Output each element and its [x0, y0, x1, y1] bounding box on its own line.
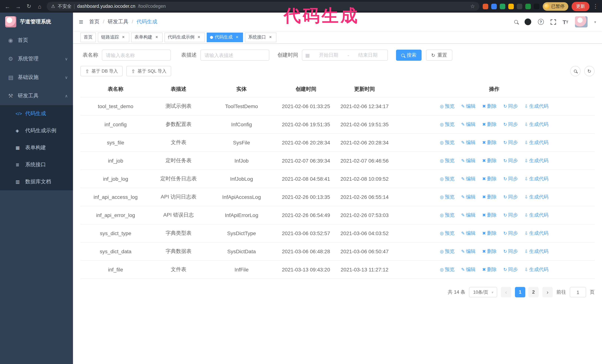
extension-icon[interactable] — [517, 3, 522, 9]
generate-code-link[interactable]: ⇩生成代码 — [524, 267, 548, 272]
preview-link[interactable]: ◎预览 — [440, 176, 455, 181]
sidebar-submenu-item[interactable]: ▦ 表单构建 — [0, 139, 73, 156]
preview-link[interactable]: ◎预览 — [440, 249, 455, 254]
start-date-placeholder[interactable]: 开始日期 — [312, 52, 345, 59]
sidebar-submenu-item[interactable]: ▥ 数据库文档 — [0, 173, 73, 190]
sidebar-menu-item[interactable]: ⚒ 研发工具 ∧ — [0, 87, 73, 105]
delete-link[interactable]: ✖删除 — [482, 158, 497, 163]
extension-icon[interactable] — [483, 3, 488, 9]
sync-link[interactable]: ↻同步 — [503, 140, 518, 145]
tab[interactable]: 链路追踪 × — [98, 32, 129, 42]
prev-page-button[interactable]: ‹ — [501, 287, 511, 297]
edit-link[interactable]: ✎编辑 — [461, 176, 475, 181]
tab[interactable]: 代码生成 × — [207, 32, 243, 42]
github-icon[interactable] — [524, 19, 531, 25]
back-icon[interactable]: ← — [4, 3, 11, 10]
edit-link[interactable]: ✎编辑 — [461, 103, 475, 109]
profile-paused-badge[interactable]: 已暂停 — [543, 2, 568, 10]
preview-link[interactable]: ◎预览 — [440, 194, 455, 200]
next-page-button[interactable]: › — [542, 287, 553, 297]
edit-link[interactable]: ✎编辑 — [461, 122, 475, 127]
edit-link[interactable]: ✎编辑 — [461, 267, 475, 272]
search-button[interactable]: 搜索 — [396, 50, 422, 61]
sidebar-submenu-item[interactable]: ≣ 系统接口 — [0, 156, 73, 173]
page-number-button[interactable]: 2 — [528, 287, 539, 297]
preview-link[interactable]: ◎预览 — [440, 122, 455, 127]
sync-link[interactable]: ↻同步 — [503, 194, 518, 200]
date-range-picker[interactable]: ▦ 开始日期 - 结束日期 — [302, 50, 388, 61]
refresh-table-button[interactable]: ↻ — [584, 66, 595, 76]
sidebar-submenu-item[interactable]: ◈ 代码生成示例 — [0, 122, 73, 139]
generate-code-link[interactable]: ⇩生成代码 — [524, 176, 548, 181]
edit-link[interactable]: ✎编辑 — [461, 249, 475, 254]
extension-icon[interactable] — [491, 3, 497, 9]
delete-link[interactable]: ✖删除 — [482, 122, 497, 127]
generate-code-link[interactable]: ⇩生成代码 — [524, 122, 548, 127]
preview-link[interactable]: ◎预览 — [440, 103, 455, 109]
tab[interactable]: 首页 × — [80, 32, 96, 42]
table-name-input[interactable] — [102, 50, 171, 61]
tab[interactable]: 代码生成示例 × — [164, 32, 205, 42]
delete-link[interactable]: ✖删除 — [482, 267, 497, 272]
breadcrumb-item[interactable]: 代码生成 — [128, 19, 157, 25]
avatar-caret-icon[interactable]: ▾ — [594, 20, 596, 24]
delete-link[interactable]: ✖删除 — [482, 249, 497, 254]
edit-link[interactable]: ✎编辑 — [461, 212, 475, 218]
import-db-button[interactable]: ⇧ 基于 DB 导入 — [80, 66, 123, 76]
preview-link[interactable]: ◎预览 — [440, 158, 455, 163]
tab[interactable]: 系统接口 × — [245, 32, 276, 42]
edit-link[interactable]: ✎编辑 — [461, 158, 475, 163]
toggle-search-button[interactable] — [570, 66, 580, 76]
generate-code-link[interactable]: ⇩生成代码 — [524, 140, 548, 145]
preview-link[interactable]: ◎预览 — [440, 212, 455, 218]
preview-link[interactable]: ◎预览 — [440, 230, 455, 236]
sync-link[interactable]: ↻同步 — [503, 122, 518, 127]
breadcrumb-item[interactable]: 首页 — [89, 19, 99, 25]
sidebar-menu-item[interactable]: ◉ 首页 — [0, 31, 73, 50]
tab-close-icon[interactable]: × — [235, 35, 240, 40]
reset-button[interactable]: ↻ 重置 — [426, 50, 452, 61]
generate-code-link[interactable]: ⇩生成代码 — [524, 230, 548, 236]
preview-link[interactable]: ◎预览 — [440, 267, 455, 272]
generate-code-link[interactable]: ⇩生成代码 — [524, 249, 548, 254]
hamburger-icon[interactable]: ≡ — [79, 18, 83, 26]
tab-close-icon[interactable]: × — [154, 35, 159, 40]
reload-icon[interactable]: ↻ — [25, 3, 32, 10]
delete-link[interactable]: ✖删除 — [482, 212, 497, 218]
delete-link[interactable]: ✖删除 — [482, 140, 497, 145]
extension-icon[interactable] — [500, 3, 505, 9]
table-desc-input[interactable] — [200, 50, 269, 61]
delete-link[interactable]: ✖删除 — [482, 194, 497, 200]
tab-close-icon[interactable]: × — [196, 35, 202, 40]
sync-link[interactable]: ↻同步 — [503, 103, 518, 109]
sync-link[interactable]: ↻同步 — [503, 230, 518, 236]
page-size-select[interactable]: 10条/页 ▾ — [469, 287, 497, 297]
sidebar-menu-item[interactable]: ▤ 基础设施 ∨ — [0, 68, 73, 87]
browser-update-button[interactable]: 更新 — [572, 2, 589, 11]
search-icon[interactable] — [514, 20, 518, 24]
end-date-placeholder[interactable]: 结束日期 — [351, 52, 385, 59]
sync-link[interactable]: ↻同步 — [503, 249, 518, 254]
sync-link[interactable]: ↻同步 — [503, 158, 518, 163]
delete-link[interactable]: ✖删除 — [482, 103, 497, 109]
tab-close-icon[interactable]: × — [268, 35, 273, 40]
generate-code-link[interactable]: ⇩生成代码 — [524, 194, 548, 200]
generate-code-link[interactable]: ⇩生成代码 — [524, 212, 548, 218]
forward-icon[interactable]: → — [14, 3, 22, 10]
sidebar-menu-item[interactable]: ⚙ 系统管理 ∨ — [0, 50, 73, 68]
page-number-button[interactable]: 1 — [515, 287, 525, 297]
tab[interactable]: 表单构建 × — [131, 32, 163, 42]
edit-link[interactable]: ✎编辑 — [461, 230, 475, 236]
sync-link[interactable]: ↻同步 — [503, 212, 518, 218]
delete-link[interactable]: ✖删除 — [482, 176, 497, 181]
extension-icon[interactable] — [534, 3, 539, 9]
extension-icon[interactable] — [508, 3, 514, 9]
sync-link[interactable]: ↻同步 — [503, 267, 518, 272]
url-bar[interactable]: ⚠ 不安全 dashboard.yudao.iocoder.cn/tool/co… — [47, 2, 479, 11]
tab-close-icon[interactable]: × — [121, 35, 126, 40]
generate-code-link[interactable]: ⇩生成代码 — [524, 158, 548, 163]
goto-page-input[interactable] — [570, 287, 586, 297]
breadcrumb-item[interactable]: 研发工具 — [99, 19, 128, 25]
import-sql-button[interactable]: ⇧ 基于 SQL 导入 — [127, 66, 171, 76]
fullscreen-icon[interactable] — [550, 19, 556, 25]
